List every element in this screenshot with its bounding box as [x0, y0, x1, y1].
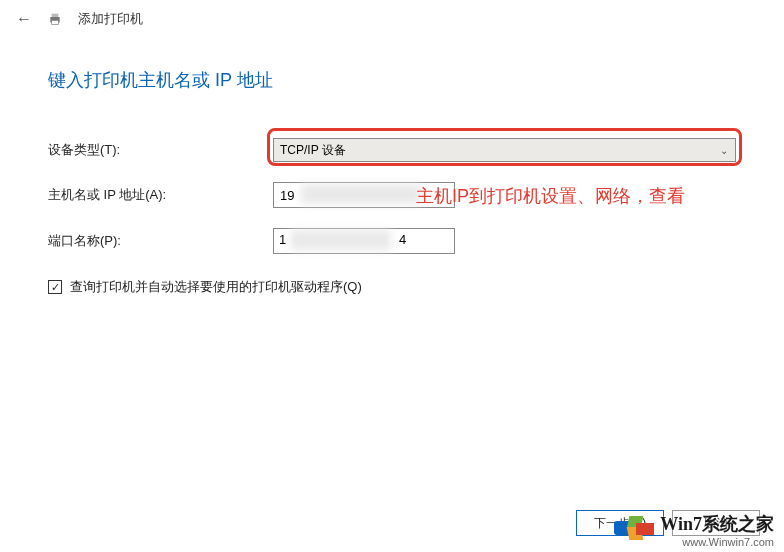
port-value-suffix: 4 — [399, 232, 406, 247]
watermark: Win7系统之家 www.Winwin7.com — [614, 512, 774, 546]
device-type-label: 设备类型(T): — [48, 141, 273, 159]
device-type-select[interactable]: TCP/IP 设备 — [273, 138, 736, 162]
port-value-prefix: 1 — [279, 232, 286, 247]
port-label: 端口名称(P): — [48, 232, 273, 250]
annotation-text: 主机IP到打印机设置、网络，查看 — [416, 184, 726, 209]
printer-icon — [46, 11, 64, 27]
host-label: 主机名或 IP 地址(A): — [48, 186, 273, 204]
window-title: 添加打印机 — [78, 10, 143, 28]
watermark-logo-icon — [614, 516, 654, 542]
redaction-blur — [291, 230, 391, 250]
svg-rect-1 — [52, 14, 59, 17]
auto-detect-label: 查询打印机并自动选择要使用的打印机驱动程序(Q) — [70, 278, 362, 296]
watermark-brand: Win7系统之家 — [660, 514, 774, 534]
back-arrow-icon[interactable]: ← — [16, 10, 32, 28]
auto-detect-checkbox[interactable]: ✓ — [48, 280, 62, 294]
redaction-blur — [301, 184, 421, 204]
page-heading: 键入打印机主机名或 IP 地址 — [48, 68, 736, 92]
watermark-url: www.Winwin7.com — [682, 536, 774, 548]
svg-rect-2 — [52, 20, 59, 24]
